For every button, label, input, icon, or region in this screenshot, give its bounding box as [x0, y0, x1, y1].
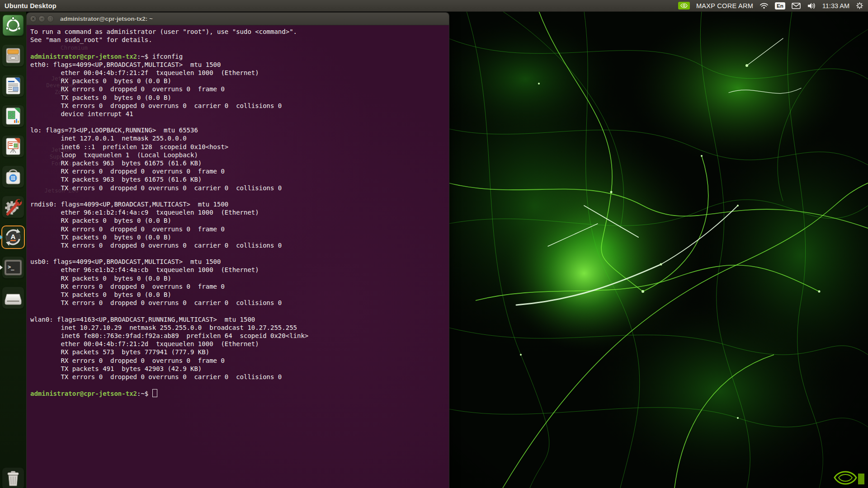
terminal-line: lo: flags=73<UP,LOOPBACK,RUNNING> mtu 65… — [30, 126, 449, 134]
terminal-line: RX errors 0 dropped 0 overruns 0 frame 0 — [30, 85, 449, 93]
wifi-icon[interactable] — [760, 2, 769, 9]
nvidia-power-mode-label[interactable]: MAXP CORE ARM — [696, 2, 753, 9]
terminal-line: ether 00:04:4b:f7:21:2f txqueuelen 1000 … — [30, 69, 449, 77]
nvidia-eye-icon — [680, 3, 688, 9]
terminal-line: RX errors 0 dropped 0 overruns 0 frame 0 — [30, 357, 449, 365]
terminal-line: RX packets 0 bytes 0 (0.0 B) — [30, 274, 449, 282]
libreoffice-calc-icon — [2, 105, 24, 127]
top-panel: Ubuntu Desktop MAXP CORE ARM En — [0, 0, 868, 12]
terminal-line: loop txqueuelen 1 (Local Loopback) — [30, 151, 449, 159]
terminal-line — [30, 381, 449, 389]
launcher-item-trash[interactable] — [2, 468, 24, 488]
removable-disk-icon — [2, 287, 24, 309]
terminal-line: TX errors 0 dropped 0 overruns 0 carrier… — [30, 373, 449, 381]
launcher-item-ubuntu-software[interactable] — [2, 166, 24, 188]
terminal-line: RX packets 0 bytes 0 (0.0 B) — [30, 77, 449, 85]
terminal-line: TX errors 0 dropped 0 overruns 0 carrier… — [30, 241, 449, 249]
terminal-line — [30, 118, 449, 126]
maximize-button[interactable]: □ — [47, 15, 54, 22]
terminal-line: TX packets 0 bytes 0 (0.0 B) — [30, 291, 449, 299]
launcher-item-dash-home[interactable] — [2, 14, 24, 36]
clock[interactable]: 11:33 AM — [822, 2, 849, 9]
launcher-item-software-updater[interactable]: A — [2, 226, 24, 248]
svg-text:A: A — [11, 233, 16, 240]
terminal-line: eth0: flags=4099<UP,BROADCAST,MULTICAST>… — [30, 61, 449, 69]
terminal-line: TX errors 0 dropped 0 overruns 0 carrier… — [30, 102, 449, 110]
terminal-line: RX errors 0 dropped 0 overruns 0 frame 0 — [30, 282, 449, 291]
terminal-line: inet 127.0.0.1 netmask 255.0.0.0 — [30, 134, 449, 142]
terminal-line: RX errors 0 dropped 0 overruns 0 frame 0 — [30, 167, 449, 175]
terminal-line: RX errors 0 dropped 0 overruns 0 frame 0 — [30, 225, 449, 233]
terminal-line: TX packets 0 bytes 0 (0.0 B) — [30, 233, 449, 241]
terminal-line: inet6 fe80::763e:9fad:f92a:ab89 prefixle… — [30, 332, 449, 340]
session-gear-icon[interactable] — [856, 2, 863, 9]
terminal-line: usb0: flags=4099<UP,BROADCAST,MULTICAST>… — [30, 258, 449, 266]
libreoffice-writer-icon — [2, 75, 24, 97]
terminal-line: TX errors 0 dropped 0 overruns 0 carrier… — [30, 299, 449, 307]
dash-home-icon — [2, 14, 24, 36]
desktop-wallpaper — [448, 11, 868, 488]
launcher-item-files[interactable] — [2, 45, 24, 66]
close-button[interactable]: × — [30, 15, 37, 22]
running-pip — [0, 235, 3, 239]
minimize-button[interactable]: – — [38, 15, 45, 22]
terminal-line: ether 96:e1:b2:f4:4a:cb txqueuelen 1000 … — [30, 266, 449, 274]
terminal-line: RX packets 963 bytes 61675 (61.6 KB) — [30, 159, 449, 167]
launcher-item-libreoffice-writer[interactable] — [2, 75, 24, 97]
terminal-titlebar[interactable]: × – □ administrator@cpr-jetson-tx2: ~ — [27, 13, 449, 25]
terminal-line: ether 96:e1:b2:f4:4a:c9 txqueuelen 1000 … — [30, 208, 449, 216]
terminal-body[interactable]: Chromium Jetson Developer Zone Jetson Su… — [27, 25, 449, 488]
launcher-item-libreoffice-calc[interactable] — [2, 105, 24, 127]
nvidia-logo-corner — [832, 469, 865, 488]
launcher-item-system-settings[interactable] — [2, 196, 24, 218]
terminal-line: device interrupt 41 — [30, 110, 449, 118]
terminal-line: TX packets 0 bytes 0 (0.0 B) — [30, 94, 449, 102]
launcher-item-terminal[interactable]: >_ — [2, 257, 24, 278]
files-icon — [2, 45, 24, 66]
system-settings-icon — [2, 196, 24, 218]
software-updater-icon: A — [2, 226, 24, 248]
terminal-line — [30, 44, 449, 52]
wallpaper-art — [448, 11, 868, 488]
terminal-line — [30, 192, 449, 200]
terminal-line: TX errors 0 dropped 0 overruns 0 carrier… — [30, 184, 449, 192]
terminal-line: administrator@cpr-jetson-tx2:~$ ifconfig — [30, 52, 449, 61]
terminal-icon: >_ — [2, 257, 24, 278]
terminal-line: administrator@cpr-jetson-tx2:~$ — [30, 389, 449, 397]
terminal-line: RX packets 0 bytes 0 (0.0 B) — [30, 216, 449, 225]
unity-launcher: A >_ — [0, 11, 26, 488]
desktop-title: Ubuntu Desktop — [5, 2, 57, 9]
nvidia-indicator-icon[interactable] — [678, 2, 690, 9]
terminal-line: RX packets 573 bytes 777941 (777.9 KB) — [30, 348, 449, 356]
terminal-line: rndis0: flags=4099<UP,BROADCAST,MULTICAS… — [30, 200, 449, 208]
terminal-cursor — [152, 389, 157, 397]
indicator-area: MAXP CORE ARM En 11:33 AM — [678, 2, 868, 9]
terminal-output: To run a command as administrator (user … — [30, 28, 449, 397]
trash-icon — [2, 468, 24, 488]
terminal-line: TX packets 491 bytes 42903 (42.9 KB) — [30, 365, 449, 373]
launcher-item-libreoffice-impress[interactable] — [2, 136, 24, 157]
terminal-line: inet6 ::1 prefixlen 128 scopeid 0x10<hos… — [30, 143, 449, 151]
terminal-window[interactable]: × – □ administrator@cpr-jetson-tx2: ~ Ch… — [26, 12, 449, 488]
terminal-line: TX packets 963 bytes 61675 (61.6 KB) — [30, 175, 449, 183]
running-pip — [0, 265, 3, 270]
terminal-line: See "man sudo_root" for details. — [30, 36, 449, 44]
terminal-line: ether 00:04:4b:f7:21:2d txqueuelen 1000 … — [30, 340, 449, 348]
libreoffice-impress-icon — [2, 136, 24, 157]
mail-icon[interactable] — [792, 3, 801, 9]
terminal-line — [30, 249, 449, 258]
terminal-line — [30, 307, 449, 315]
keyboard-layout-indicator[interactable]: En — [775, 2, 785, 9]
volume-icon[interactable] — [807, 2, 816, 9]
window-title: administrator@cpr-jetson-tx2: ~ — [60, 15, 153, 22]
launcher-item-removable-disk[interactable] — [2, 287, 24, 309]
terminal-line: To run a command as administrator (user … — [30, 28, 449, 36]
terminal-line: inet 10.27.10.29 netmask 255.255.0.0 bro… — [30, 324, 449, 332]
terminal-line: wlan0: flags=4163<UP,BROADCAST,RUNNING,M… — [30, 315, 449, 324]
svg-text:>_: >_ — [8, 264, 14, 271]
ubuntu-software-icon — [2, 166, 24, 188]
